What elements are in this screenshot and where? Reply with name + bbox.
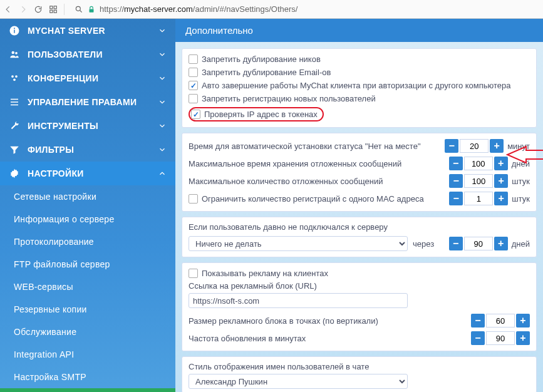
- search-icon: [75, 5, 83, 14]
- panel-ads: Показывать рекламу на клиентах Ссылка на…: [182, 262, 537, 351]
- sidebar-group-filters[interactable]: ФИЛЬТРЫ: [0, 138, 175, 162]
- checkbox-dup-nicks[interactable]: [189, 54, 198, 64]
- svg-point-11: [11, 75, 14, 78]
- value-input[interactable]: [464, 237, 493, 250]
- spinner-max-msgs: − +: [449, 174, 508, 188]
- sidebar-group-tools[interactable]: ИНСТРУМЕНТЫ: [0, 114, 175, 138]
- svg-rect-5: [90, 9, 94, 12]
- sidebar-subitem[interactable]: Сетевые настройки: [0, 185, 175, 208]
- svg-point-13: [13, 78, 16, 81]
- sidebar-group-conferences[interactable]: КОНФЕРЕНЦИИ: [0, 66, 175, 90]
- sidebar-subitem[interactable]: Настройка SMTP: [0, 366, 175, 388]
- value-input[interactable]: [486, 331, 515, 345]
- sidebar-group-server[interactable]: MYCHAT SERVER: [0, 19, 175, 43]
- label: Максимальное время хранения отложенных с…: [189, 159, 401, 168]
- label: Показывать рекламу на клиентах: [202, 269, 328, 278]
- plus-button[interactable]: +: [490, 139, 504, 153]
- sidebar-subitem[interactable]: FTP файловый сервер: [0, 253, 175, 276]
- unit: штук: [512, 194, 530, 204]
- plus-button[interactable]: +: [516, 314, 530, 328]
- label: Время для автоматической установки стату…: [189, 142, 421, 151]
- sidebar-subitem-label: FTP файловый сервер: [14, 259, 167, 269]
- inactive-action-select[interactable]: Ничего не делать: [189, 236, 408, 251]
- sidebar-group-label: MYCHAT SERVER: [28, 26, 158, 36]
- checkbox-mac-limit[interactable]: [189, 194, 198, 204]
- sidebar-group-label: УПРАВЛЕНИЕ ПРАВАМИ: [28, 97, 158, 107]
- content: Дополнительно Запретить дублирование ник…: [175, 19, 543, 392]
- reload-icon[interactable]: [34, 5, 43, 14]
- gears-icon: [9, 168, 20, 179]
- value-input[interactable]: [464, 192, 493, 205]
- chevron-down-icon: [158, 50, 167, 59]
- label: через: [413, 239, 434, 249]
- spinner-mac-count: − +: [449, 192, 508, 205]
- plus-button[interactable]: +: [494, 237, 508, 250]
- minus-button[interactable]: −: [449, 174, 463, 188]
- svg-point-12: [15, 75, 18, 78]
- sidebar: MYCHAT SERVER ПОЛЬЗОВАТЕЛИ КОНФЕРЕНЦИИ У…: [0, 19, 175, 392]
- sidebar-subitem[interactable]: Дополнительно: [0, 388, 175, 392]
- chevron-up-icon: [158, 169, 167, 178]
- plus-button[interactable]: +: [516, 331, 530, 345]
- sidebar-subitem[interactable]: Обслуживание: [0, 321, 175, 343]
- forward-icon[interactable]: [19, 5, 28, 14]
- apps-icon[interactable]: [49, 5, 58, 14]
- sidebar-subitem[interactable]: Integration API: [0, 343, 175, 366]
- sidebar-group-users[interactable]: ПОЛЬЗОВАТЕЛИ: [0, 43, 175, 66]
- name-style-select[interactable]: Александр Пушкин: [189, 374, 408, 389]
- chevron-down-icon: [158, 74, 167, 83]
- value-input[interactable]: [464, 157, 493, 170]
- sidebar-subitem[interactable]: Протоколирование: [0, 230, 175, 253]
- sidebar-group-label: ПОЛЬЗОВАТЕЛИ: [28, 49, 158, 59]
- plus-button[interactable]: +: [494, 192, 508, 205]
- minus-button[interactable]: −: [449, 157, 463, 170]
- checkbox-auto-close[interactable]: [189, 81, 198, 90]
- checkbox-forbid-reg[interactable]: [189, 94, 198, 103]
- spinner-store-days: − +: [449, 157, 508, 170]
- sidebar-group-settings[interactable]: НАСТРОЙКИ: [0, 162, 175, 185]
- sidebar-subitem-label: Резервные копии: [14, 304, 167, 314]
- svg-rect-1: [54, 6, 56, 8]
- label: Запретить дублирование ников: [202, 54, 321, 64]
- sidebar-subitem-label: Протоколирование: [14, 237, 167, 247]
- svg-rect-2: [50, 10, 53, 13]
- ad-url-input[interactable]: [189, 293, 408, 308]
- checkbox-show-ads[interactable]: [189, 269, 198, 278]
- value-input[interactable]: [464, 174, 493, 188]
- label: Ссылка на рекламный блок (URL): [189, 280, 530, 293]
- minus-button[interactable]: −: [449, 192, 463, 205]
- sidebar-subitem[interactable]: Информация о сервере: [0, 208, 175, 230]
- svg-point-9: [12, 51, 15, 54]
- sidebar-subitem-label: Обслуживание: [14, 327, 167, 337]
- checkbox-verify-ip[interactable]: [191, 110, 200, 119]
- sidebar-group-label: КОНФЕРЕНЦИИ: [28, 73, 158, 83]
- chevron-down-icon: [158, 98, 167, 106]
- sidebar-subitem[interactable]: Резервные копии: [0, 298, 175, 321]
- sidebar-subitem[interactable]: WEB-сервисы: [0, 276, 175, 298]
- chevron-down-icon: [158, 121, 167, 130]
- lock-icon: [87, 5, 96, 14]
- sidebar-subitem-label: Настройка SMTP: [14, 372, 167, 382]
- wrench-icon: [9, 120, 20, 132]
- users-icon: [9, 49, 20, 60]
- svg-point-10: [15, 52, 18, 54]
- address-bar[interactable]: https://mychat-server.com/admin/#/navSet…: [71, 3, 539, 16]
- value-input[interactable]: [486, 314, 515, 328]
- groups-icon: [9, 73, 20, 84]
- label: Ограничить количество регистраций с одно…: [202, 194, 424, 204]
- back-icon[interactable]: [4, 5, 13, 14]
- minus-button[interactable]: −: [445, 139, 458, 153]
- svg-point-4: [76, 6, 80, 11]
- sidebar-group-rights[interactable]: УПРАВЛЕНИЕ ПРАВАМИ: [0, 90, 175, 114]
- value-input[interactable]: [460, 139, 489, 153]
- label: Запретить дублирование Email-ов: [202, 68, 331, 77]
- minus-button[interactable]: −: [449, 237, 463, 250]
- minus-button[interactable]: −: [471, 331, 485, 345]
- panel-limits: Время для автоматической установки стату…: [182, 133, 537, 212]
- chevron-down-icon: [158, 26, 167, 35]
- minus-button[interactable]: −: [471, 314, 485, 328]
- checkbox-dup-emails[interactable]: [189, 68, 198, 77]
- label: Проверять IP адрес в токенах: [204, 110, 318, 119]
- plus-button[interactable]: +: [494, 174, 508, 188]
- plus-button[interactable]: +: [494, 157, 508, 170]
